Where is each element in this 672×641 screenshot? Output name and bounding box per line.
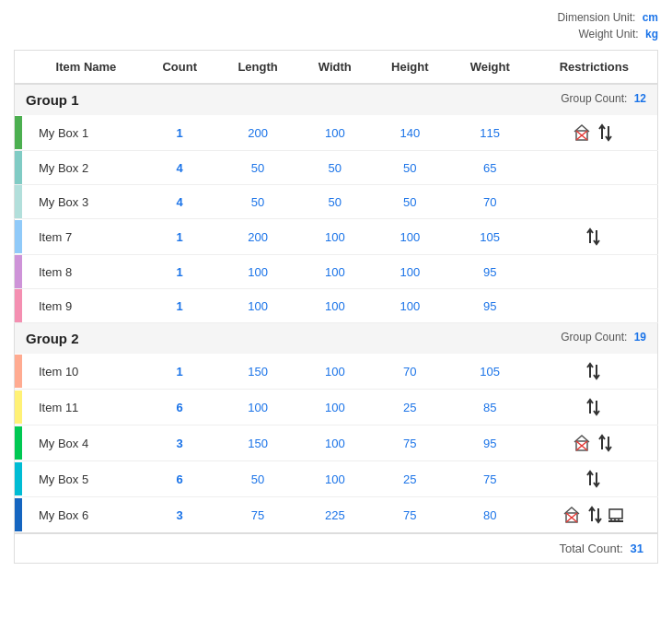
total-value: 31 — [631, 542, 643, 555]
height-cell: 70 — [371, 354, 449, 390]
total-cell: Total Count: 31 — [15, 533, 658, 564]
group-count: Group Count: 19 — [561, 331, 646, 344]
restrictions-cell — [531, 425, 658, 461]
windmill-icon — [563, 505, 584, 525]
width-cell: 100 — [299, 354, 371, 390]
item-name-header: Item Name — [29, 51, 143, 85]
width-cell: 225 — [299, 497, 371, 534]
width-cell: 50 — [299, 185, 371, 219]
item-name-cell: My Box 5 — [29, 461, 143, 497]
item-name-cell: Item 11 — [29, 390, 143, 425]
length-cell: 150 — [216, 425, 298, 461]
table-row: Item 8110010010095 — [15, 255, 658, 289]
item-name-cell: Item 9 — [29, 289, 143, 323]
length-cell: 100 — [216, 255, 298, 289]
group-header-2: Group 2 Group Count: 19 — [15, 323, 658, 355]
length-cell: 150 — [216, 354, 298, 390]
updown-icon — [587, 505, 604, 525]
windmill-icon — [574, 433, 594, 453]
weight-cell: 115 — [449, 115, 531, 151]
color-bar — [15, 116, 22, 149]
color-bar — [15, 255, 22, 288]
item-name-cell: Item 8 — [29, 255, 143, 289]
color-col-header — [15, 51, 30, 85]
table-row: Item 9110010010095 — [15, 289, 658, 323]
count-cell: 6 — [143, 461, 217, 497]
svg-rect-23 — [609, 509, 622, 519]
count-cell: 3 — [143, 425, 217, 461]
item-name-cell: Item 10 — [29, 354, 143, 390]
weight-cell: 70 — [449, 185, 531, 219]
group-count-value: 19 — [634, 331, 646, 344]
color-bar — [15, 462, 22, 495]
table-row: Item 10115010070105 — [15, 354, 658, 390]
height-cell: 50 — [371, 151, 449, 185]
color-bar — [15, 185, 22, 218]
dimension-unit-value: cm — [643, 11, 658, 24]
width-header: Width — [299, 51, 371, 85]
restrictions-cell — [531, 115, 658, 151]
group-count-value: 12 — [634, 92, 646, 105]
table-row: My Box 56501002575 — [15, 461, 658, 497]
height-cell: 100 — [371, 255, 449, 289]
updown-icon — [585, 361, 602, 381]
restrictions-cell — [531, 219, 658, 255]
updown-icon — [597, 433, 614, 453]
height-header: Height — [371, 51, 449, 85]
height-cell: 100 — [371, 289, 449, 323]
weight-cell: 85 — [449, 390, 531, 425]
width-cell: 100 — [299, 390, 371, 425]
restrictions-cell — [531, 354, 658, 390]
count-cell: 3 — [143, 497, 217, 534]
height-cell: 50 — [371, 185, 449, 219]
color-bar — [15, 355, 22, 388]
width-cell: 100 — [299, 461, 371, 497]
height-cell: 25 — [371, 390, 449, 425]
items-table: Item Name Count Length Width Height Weig… — [14, 50, 658, 564]
restrictions-cell — [531, 185, 658, 219]
length-cell: 50 — [216, 185, 298, 219]
count-cell: 4 — [143, 185, 217, 219]
length-header: Length — [216, 51, 298, 85]
length-cell: 50 — [216, 461, 298, 497]
table-row: My Box 3450505070 — [15, 185, 658, 219]
width-cell: 100 — [299, 289, 371, 323]
count-cell: 1 — [143, 354, 217, 390]
width-cell: 100 — [299, 115, 371, 151]
item-name-cell: Item 7 — [29, 219, 143, 255]
main-container: Dimension Unit: cm Weight Unit: kg Item … — [0, 0, 672, 573]
updown-icon — [585, 227, 602, 247]
restrictions-cell — [531, 461, 658, 497]
count-cell: 1 — [143, 289, 217, 323]
color-bar — [15, 151, 22, 184]
units-bar: Dimension Unit: cm Weight Unit: kg — [14, 9, 658, 42]
color-bar — [15, 426, 22, 460]
weight-cell: 75 — [449, 461, 531, 497]
group-header-1: Group 1 Group Count: 12 — [15, 84, 658, 115]
color-bar — [15, 390, 22, 424]
height-cell: 140 — [371, 115, 449, 151]
restrictions-cell — [531, 151, 658, 185]
length-cell: 100 — [216, 289, 298, 323]
weight-cell: 95 — [449, 289, 531, 323]
restrictions-cell — [531, 390, 658, 425]
group-name: Group 1 — [26, 92, 79, 108]
length-cell: 75 — [216, 497, 298, 534]
width-cell: 100 — [299, 425, 371, 461]
length-cell: 100 — [216, 390, 298, 425]
width-cell: 100 — [299, 255, 371, 289]
table-header-row: Item Name Count Length Width Height Weig… — [15, 51, 658, 85]
table-row: My Box 11200100140115 — [15, 115, 658, 151]
weight-cell: 80 — [449, 497, 531, 534]
height-cell: 100 — [371, 219, 449, 255]
table-row: My Box 431501007595 — [15, 425, 658, 461]
color-bar — [15, 289, 22, 322]
color-bar — [15, 498, 22, 531]
total-row: Total Count: 31 — [15, 533, 658, 564]
windmill-icon — [574, 122, 594, 143]
weight-cell: 95 — [449, 425, 531, 461]
group-count: Group Count: 12 — [561, 92, 646, 105]
weight-cell: 105 — [449, 354, 531, 390]
weight-cell: 95 — [449, 255, 531, 289]
dimension-unit-label: Dimension Unit: — [558, 11, 636, 24]
